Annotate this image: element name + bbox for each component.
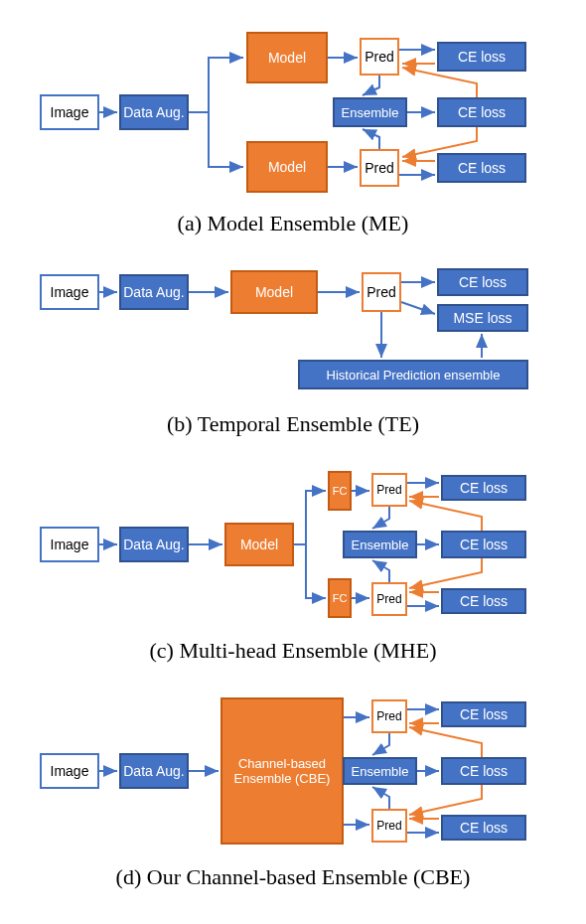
- svg-line-12: [401, 302, 435, 314]
- image-box: Image: [40, 274, 99, 310]
- image-box: Image: [40, 753, 99, 789]
- data-aug-box: Data Aug.: [119, 94, 189, 130]
- ce-loss-box-1: CE loss: [441, 475, 526, 501]
- ce-loss-box-3: CE loss: [437, 153, 526, 183]
- pred-box-1: Pred: [371, 473, 407, 507]
- ce-loss-box: CE loss: [437, 268, 528, 296]
- cbe-box: Channel-based Ensemble (CBE): [220, 697, 344, 845]
- ce-loss-box-2: CE loss: [441, 757, 526, 785]
- figure-c: Image Data Aug. Model FC FC Pred Pred En…: [10, 457, 576, 664]
- figure-b: Image Data Aug. Model Pred CE loss MSE l…: [10, 256, 576, 437]
- model-box-1: Model: [246, 32, 328, 83]
- historical-box: Historical Prediction ensemble: [298, 360, 528, 389]
- model-box: Model: [224, 523, 294, 566]
- ce-loss-box-2: CE loss: [437, 97, 526, 127]
- mse-loss-box: MSE loss: [437, 304, 528, 332]
- ce-loss-box-2: CE loss: [441, 531, 526, 558]
- ce-loss-box-3: CE loss: [441, 588, 526, 614]
- data-aug-box: Data Aug.: [119, 527, 189, 562]
- pred-box-1: Pred: [360, 38, 399, 76]
- pred-box-2: Pred: [371, 809, 407, 843]
- pred-box-2: Pred: [360, 149, 399, 187]
- model-box: Model: [230, 270, 318, 314]
- fc-box-1: FC: [328, 471, 352, 511]
- caption-a: (a) Model Ensemble (ME): [10, 211, 576, 236]
- ensemble-box: Ensemble: [343, 531, 417, 558]
- data-aug-box: Data Aug.: [119, 753, 189, 789]
- ce-loss-box-3: CE loss: [441, 815, 526, 841]
- caption-d: (d) Our Channel-based Ensemble (CBE): [10, 864, 576, 890]
- pred-box-2: Pred: [371, 582, 407, 616]
- data-aug-box: Data Aug.: [119, 274, 189, 310]
- pred-box: Pred: [362, 272, 401, 312]
- image-box: Image: [40, 527, 99, 562]
- fc-box-2: FC: [328, 578, 352, 618]
- model-box-2: Model: [246, 141, 328, 193]
- caption-b: (b) Temporal Ensemble (TE): [10, 411, 576, 437]
- ensemble-box: Ensemble: [333, 97, 407, 127]
- figure-a: Image Data Aug. Model Model Pred Pred En…: [10, 20, 576, 236]
- ce-loss-box-1: CE loss: [437, 42, 526, 72]
- pred-box-1: Pred: [371, 699, 407, 733]
- image-box: Image: [40, 94, 99, 130]
- ce-loss-box-1: CE loss: [441, 701, 526, 727]
- caption-c: (c) Multi-head Ensemble (MHE): [10, 638, 576, 664]
- figure-d: Image Data Aug. Channel-based Ensemble (…: [10, 684, 576, 890]
- ensemble-box: Ensemble: [343, 757, 417, 785]
